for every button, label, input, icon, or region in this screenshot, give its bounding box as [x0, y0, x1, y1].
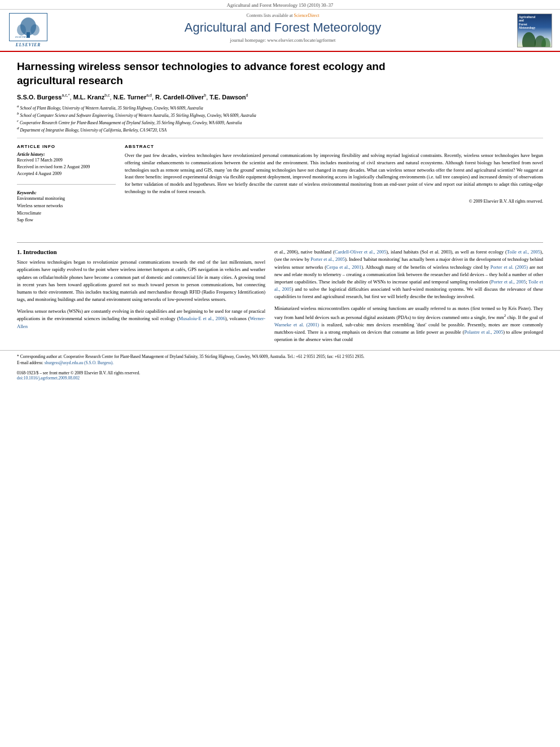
article-title: Harnessing wireless sensor technologies …: [17, 60, 543, 88]
journal-cover-image: AgriculturalandForestMeteorology: [515, 13, 554, 47]
body-content: 1. Introduction Since wireless technolog…: [0, 248, 560, 348]
body-right-col: et al., 2006), native bushland (Cardell-…: [274, 248, 543, 348]
author-3: N.E. Turner: [113, 94, 146, 101]
footnote-corresponding: * Corresponding author at: Cooperative R…: [17, 354, 543, 360]
journal-homepage: journal homepage: www.elsevier.com/locat…: [56, 37, 509, 43]
body-para-4: Miniaturized wireless microcontrollers c…: [274, 305, 543, 343]
affiliation-c: c Cooperative Research Centre for Plant-…: [17, 119, 543, 126]
article-info-header: ARTICLE INFO: [17, 144, 116, 149]
journal-citation-bar: Agricultural and Forest Meteorology 150 …: [0, 0, 560, 10]
article-content: Harnessing wireless sensor technologies …: [0, 52, 560, 237]
abstract-col: ABSTRACT Over the past few decades, wire…: [125, 144, 543, 231]
body-para-1: Since wireless technologies began to rev…: [17, 259, 265, 303]
body-divider: [17, 242, 543, 243]
svg-point-2: [17, 24, 26, 36]
keyword-4: Sap flow: [17, 217, 116, 224]
journal-citation: Agricultural and Forest Meteorology 150 …: [227, 2, 333, 8]
journal-title-center: Contents lists available at ScienceDirec…: [51, 13, 515, 47]
svg-point-3: [30, 24, 40, 36]
author-1: S.S.O. Burgess: [17, 94, 62, 101]
received-date: Received 17 March 2009: [17, 157, 116, 164]
issn-text: 0168-1923/$ – see front matter © 2009 El…: [17, 370, 140, 375]
svg-text:ELSEVIER: ELSEVIER: [15, 36, 28, 38]
author-5: T.E. Dawson: [209, 94, 246, 101]
keywords-label: Keywords:: [17, 190, 116, 195]
sciencedirect-link[interactable]: ScienceDirect: [294, 13, 320, 18]
abstract-section: ABSTRACT Over the past few decades, wire…: [125, 144, 543, 204]
footnote-email: E-mail address: shurgess@usyd.edu.au (S.…: [17, 360, 543, 366]
affiliation-a: a School of Plant Biology, University of…: [17, 104, 543, 111]
info-divider: [17, 184, 116, 185]
section1-title: 1. Introduction: [17, 248, 265, 255]
cover-landscape: [518, 31, 552, 47]
authors-line: S.S.O. Burgessa,c,*, M.L. Kranzb,c, N.E.…: [17, 93, 543, 101]
affiliation-d: d Department of Integrative Biology, Uni…: [17, 126, 543, 133]
sciencedirect-info: Contents lists available at ScienceDirec…: [56, 13, 509, 18]
history-label: Article history:: [17, 152, 116, 157]
abstract-header: ABSTRACT: [125, 144, 543, 149]
article-history: Article history: Received 17 March 2009 …: [17, 152, 116, 177]
keyword-2: Wireless sensor networks: [17, 203, 116, 210]
article-info-col: ARTICLE INFO Article history: Received 1…: [17, 144, 116, 231]
body-left-col: 1. Introduction Since wireless technolog…: [17, 248, 265, 348]
abstract-text: Over the past few decades, wireless tech…: [125, 152, 543, 195]
svg-point-5: [522, 32, 536, 47]
article-info-abstract: ARTICLE INFO Article history: Received 1…: [17, 144, 543, 231]
accepted-date: Accepted 4 August 2009: [17, 171, 116, 177]
cover-box: AgriculturalandForestMeteorology: [517, 14, 552, 47]
affiliation-b: b School of Computer Science and Softwar…: [17, 111, 543, 119]
doi-text: doi:10.1016/j.agrformet.2009.08.002: [17, 375, 140, 381]
journal-main-title: Agricultural and Forest Meteorology: [56, 20, 509, 35]
copyright-line: © 2009 Elsevier B.V. All rights reserved…: [125, 199, 543, 204]
journal-header: ELSEVIER ELSEVIER Contents lists availab…: [0, 10, 560, 52]
keyword-1: Environmental monitoring: [17, 195, 116, 203]
bottom-bar: 0168-1923/$ – see front matter © 2009 El…: [0, 368, 560, 383]
revised-date: Received in revised form 2 August 2009: [17, 164, 116, 171]
body-para-3: et al., 2006), native bushland (Cardell-…: [274, 248, 543, 300]
keywords-section: Keywords: Environmental monitoring Wirel…: [17, 190, 116, 224]
body-para-2: Wireless sensor networks (WSNs) are cons…: [17, 308, 265, 330]
affiliations: a School of Plant Biology, University of…: [17, 104, 543, 138]
footnote-area: * Corresponding author at: Cooperative R…: [0, 350, 560, 368]
keyword-3: Microclimate: [17, 210, 116, 217]
keywords-list: Environmental monitoring Wireless sensor…: [17, 195, 116, 224]
elsevier-label: ELSEVIER: [16, 42, 41, 47]
page-wrapper: Agricultural and Forest Meteorology 150 …: [0, 0, 560, 747]
issn-info: 0168-1923/$ – see front matter © 2009 El…: [17, 370, 140, 381]
cover-title: AgriculturalandForestMeteorology: [519, 15, 550, 30]
author-2: M.L. Kranz: [73, 94, 105, 101]
elsevier-logo-box: ELSEVIER: [9, 13, 47, 41]
elsevier-logo: ELSEVIER ELSEVIER: [6, 13, 51, 47]
author-4: R. Cardell-Oliver: [155, 94, 204, 101]
elsevier-tree-svg: ELSEVIER: [13, 15, 43, 39]
